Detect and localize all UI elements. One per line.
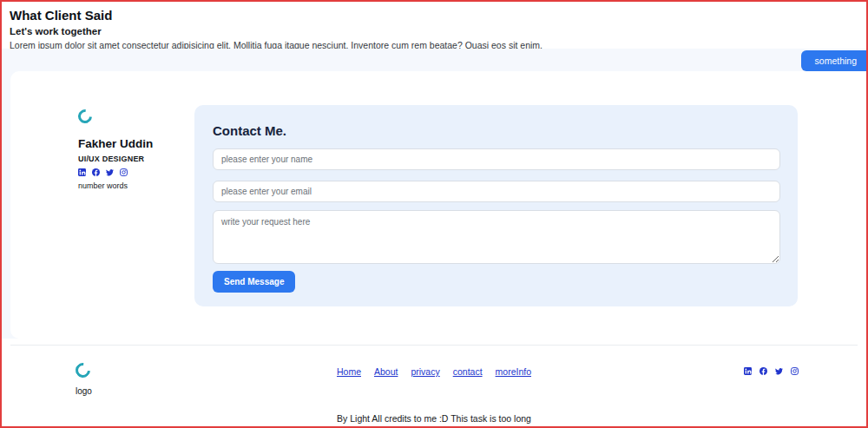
footer-link-about[interactable]: About [374, 366, 398, 377]
page: What Client Said Let's work together Lor… [0, 0, 868, 428]
profile-panel: Fakher Uddin UI/UX DESIGNER [10, 71, 194, 339]
contact-title: Contact Me. [213, 123, 780, 138]
header-description: Lorem ipsum dolor sit amet consectetur a… [10, 40, 858, 49]
profile-role: UI/UX DESIGNER [78, 155, 194, 163]
footer: logo Home About privacy contact moreInfo [2, 346, 866, 396]
header: What Client Said Let's work together Lor… [2, 2, 866, 49]
linkedin-icon[interactable] [744, 367, 752, 375]
twitter-icon[interactable] [775, 367, 783, 375]
spinner-logo-icon [76, 107, 95, 127]
name-input[interactable] [213, 148, 780, 170]
instagram-icon[interactable] [120, 168, 128, 176]
instagram-icon[interactable] [791, 367, 799, 375]
footer-link-moreinfo[interactable]: moreInfo [496, 366, 531, 377]
profile-caption: number words [78, 181, 194, 190]
cta-row: something [2, 49, 866, 71]
profile-social-links [78, 168, 194, 176]
message-textarea[interactable] [213, 210, 780, 264]
hero-section: something Fakher Uddin UI/UX DESIGNER [2, 49, 866, 339]
page-title: What Client Said [10, 8, 858, 23]
footer-logo-label: logo [76, 386, 186, 396]
credits-text: By Light All credits to me :D This task … [2, 413, 866, 424]
main-card: Fakher Uddin UI/UX DESIGNER [10, 71, 866, 339]
footer-social-links [682, 363, 866, 375]
twitter-icon[interactable] [106, 168, 114, 176]
footer-logo-block: logo [2, 363, 186, 396]
footer-link-privacy[interactable]: privacy [411, 366, 439, 377]
something-button[interactable]: something [801, 50, 868, 71]
facebook-icon[interactable] [92, 168, 100, 176]
linkedin-icon[interactable] [78, 168, 86, 176]
send-message-button[interactable]: Send Message [213, 271, 295, 293]
header-subtitle: Let's work together [10, 26, 858, 37]
footer-link-home[interactable]: Home [337, 366, 361, 377]
footer-logo-icon [73, 360, 94, 381]
facebook-icon[interactable] [760, 367, 767, 375]
contact-card: Contact Me. Send Message [194, 105, 798, 306]
email-input[interactable] [213, 181, 780, 202]
profile-name: Fakher Uddin [78, 137, 194, 150]
footer-link-contact[interactable]: contact [453, 366, 483, 377]
footer-nav: Home About privacy contact moreInfo [186, 363, 682, 377]
